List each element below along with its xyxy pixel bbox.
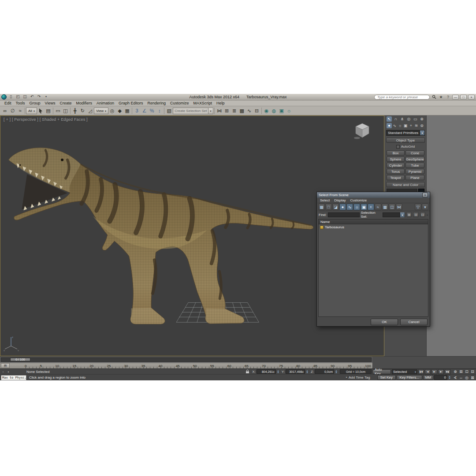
select-and-manipulate-icon[interactable]: ◆ <box>116 107 123 115</box>
menu-edit[interactable]: Edit <box>2 101 14 105</box>
favorites-star-icon[interactable]: ★ <box>438 94 444 100</box>
display-shapes-icon[interactable]: ∿ <box>346 204 353 210</box>
category-helpers-icon[interactable]: + <box>408 123 413 128</box>
open-file-icon[interactable]: ◰ <box>15 94 21 100</box>
menu-help[interactable]: Help <box>214 101 227 105</box>
help-icon[interactable]: ? <box>445 94 451 100</box>
category-geometry-icon[interactable]: ● <box>387 123 392 128</box>
quick-access-dropdown-icon[interactable]: ▾ <box>43 94 49 100</box>
set-key-button[interactable]: Set Key <box>377 375 396 380</box>
category-cameras-icon[interactable]: ▣ <box>403 123 408 128</box>
frame-spinner[interactable] <box>449 376 450 379</box>
category-spacewarps-icon[interactable]: ≋ <box>414 123 419 128</box>
zoom-all-icon[interactable]: ⊞ <box>458 369 464 374</box>
selection-set-dropdown[interactable]: ▾ <box>383 212 405 217</box>
layer-manager-icon[interactable]: ≣ <box>231 107 238 115</box>
select-and-scale-icon[interactable]: ◿ <box>86 107 94 115</box>
display-spacewarps-icon[interactable]: ≈ <box>375 204 381 210</box>
dialog-menu-display[interactable]: Display <box>332 198 348 202</box>
teapot-button[interactable]: Teapot <box>387 175 405 180</box>
list-item[interactable]: Tarbosaurus <box>319 225 428 230</box>
geometry-category-dropdown[interactable]: Standard Primitives ▾ <box>386 130 425 136</box>
material-editor-icon[interactable]: ◉ <box>263 107 270 115</box>
zoom-extents-icon[interactable]: ⊡ <box>464 369 469 374</box>
menu-views[interactable]: Views <box>43 101 58 105</box>
dialog-menu-customize[interactable]: Customize <box>348 198 369 202</box>
expand-options-icon[interactable]: ▾ <box>427 213 428 216</box>
z-spinner[interactable] <box>335 370 337 373</box>
select-by-name-icon[interactable]: ▤ <box>45 107 52 115</box>
tab-modify-icon[interactable]: ∩ <box>393 116 398 122</box>
close-button[interactable]: × <box>468 95 475 100</box>
infocenter-search-input[interactable] <box>374 95 430 100</box>
orbit-icon[interactable]: ◎ <box>464 375 469 380</box>
select-and-rotate-icon[interactable]: ↻ <box>79 107 86 115</box>
key-mode-toggle-button[interactable]: MM <box>423 375 433 380</box>
category-shapes-icon[interactable]: ∿ <box>392 123 397 128</box>
pan-icon[interactable]: ⇔ <box>458 375 464 380</box>
cone-button[interactable]: Cone <box>405 150 424 156</box>
angle-snap-toggle-icon[interactable]: ∠ <box>141 107 148 115</box>
maximize-viewport-icon[interactable]: ⊠ <box>470 375 475 380</box>
y-spinner[interactable] <box>306 370 308 373</box>
percent-snap-toggle-icon[interactable]: % <box>148 107 156 115</box>
auto-key-button[interactable]: Auto Key <box>372 369 391 374</box>
ok-button[interactable]: OK <box>371 319 398 325</box>
selection-filter-dropdown[interactable]: All▾ <box>26 108 37 114</box>
status-panel-icon-2[interactable]: ▪ <box>6 369 11 374</box>
snaps-toggle-3d-icon[interactable]: 3 <box>133 107 141 115</box>
named-selection-set-combo[interactable]: Create Selection Set ▾ <box>173 108 213 114</box>
render-production-icon[interactable]: ☼ <box>285 107 293 115</box>
find-input[interactable] <box>328 212 360 217</box>
bind-to-space-warp-icon[interactable]: ≈ <box>16 107 24 115</box>
window-crossing-toggle-icon[interactable]: ◫ <box>62 107 69 115</box>
subtract-from-set-icon[interactable]: ⊟ <box>413 212 418 217</box>
column-chooser-icon[interactable]: ▾ <box>422 204 428 210</box>
tab-display-icon[interactable]: ▭ <box>413 116 418 122</box>
schematic-view-icon[interactable]: ⊟ <box>253 107 260 115</box>
viewcube[interactable] <box>352 121 372 140</box>
add-to-set-icon[interactable]: ⊞ <box>406 212 412 217</box>
geosphere-button[interactable]: GeoSphere <box>405 156 424 162</box>
menu-maxscript[interactable]: MAXScript <box>191 101 215 105</box>
new-scene-icon[interactable]: ▯ <box>8 94 14 100</box>
redo-icon[interactable]: ↷ <box>36 94 42 100</box>
menu-customize[interactable]: Customize <box>168 101 191 105</box>
category-systems-icon[interactable]: ⊚ <box>419 123 424 128</box>
field-of-view-icon[interactable]: ∢ <box>453 375 458 380</box>
dialog-menu-select[interactable]: Select <box>318 198 332 202</box>
scene-object-list[interactable]: Tarbosaurus <box>318 224 428 317</box>
save-file-icon[interactable]: ◫ <box>22 94 28 100</box>
dialog-titlebar[interactable]: Select From Scene × <box>317 192 430 198</box>
z-coordinate-field[interactable]: 0,0cm <box>315 369 334 374</box>
autogrid-checkbox[interactable] <box>396 145 400 149</box>
selection-set-mode-dropdown[interactable]: Selected▾ <box>392 369 417 374</box>
tube-button[interactable]: Tube <box>405 163 424 168</box>
x-spinner[interactable] <box>277 370 279 373</box>
select-none-icon[interactable]: □ <box>325 204 332 210</box>
tab-create-icon[interactable]: ↖ <box>387 116 392 122</box>
time-slider-thumb[interactable]: 0 / 100 <box>10 358 30 361</box>
chevron-down-icon[interactable]: ▾ <box>208 108 213 114</box>
menu-modifiers[interactable]: Modifiers <box>74 101 94 105</box>
align-icon[interactable]: ⊞ <box>223 107 231 115</box>
play-button[interactable]: ▶ <box>431 369 437 374</box>
minimize-button[interactable]: — <box>452 95 459 100</box>
rendered-frame-window-icon[interactable]: ▣ <box>278 107 285 115</box>
viewport-label[interactable]: [ + ] [ Perspective ] [ Shaded + Edged F… <box>4 117 88 122</box>
tarbosaurus-model[interactable] <box>9 148 313 324</box>
open-mini-curve-editor-button[interactable]: ▤ <box>1 363 10 368</box>
track-bar[interactable]: ▤ 05101520253035404550556065707580859095… <box>0 362 372 368</box>
tab-hierarchy-icon[interactable]: ⋔ <box>400 116 405 122</box>
display-geometry-icon[interactable]: ● <box>339 204 346 210</box>
y-coordinate-field[interactable]: 3017,498c <box>286 369 305 374</box>
tab-utilities-icon[interactable]: ⊗ <box>419 116 424 122</box>
spinner-snap-toggle-icon[interactable]: ↕ <box>156 107 163 115</box>
cylinder-button[interactable]: Cylinder <box>387 163 405 168</box>
tab-motion-icon[interactable]: ◎ <box>406 116 411 122</box>
3dsmax-application-button[interactable] <box>1 94 7 100</box>
display-bones-icon[interactable]: ⋈ <box>396 204 402 210</box>
use-pivot-point-center-icon[interactable]: ◎ <box>108 107 116 115</box>
zoom-icon[interactable]: ⊕ <box>453 369 458 374</box>
select-and-move-icon[interactable]: ╋ <box>71 107 79 115</box>
